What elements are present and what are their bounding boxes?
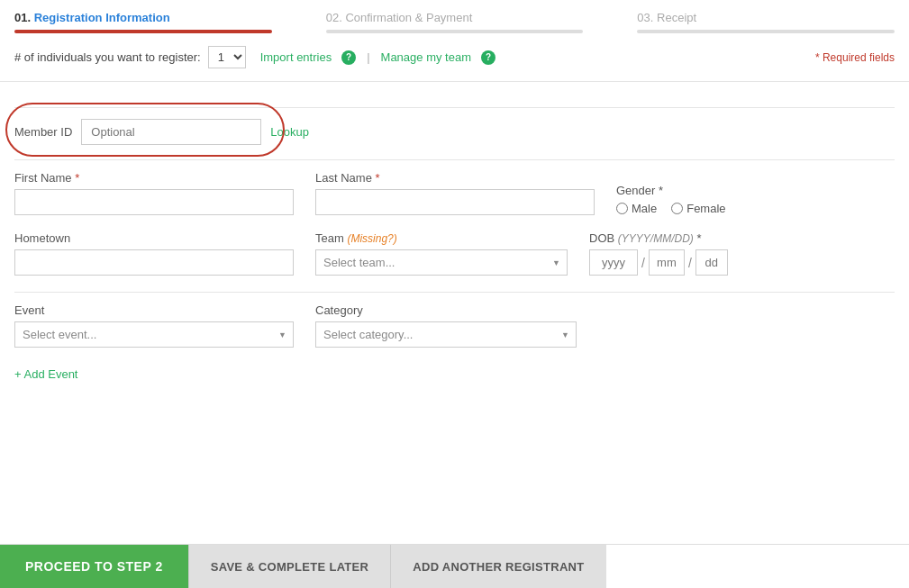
first-name-input[interactable] — [14, 189, 294, 215]
team-select-wrap: Select team... — [315, 249, 568, 276]
event-group: Event Select event... — [14, 303, 294, 348]
add-event-link[interactable]: + Add Event — [14, 367, 77, 381]
name-gender-row: First Name * Last Name * Gender * — [14, 171, 895, 215]
gender-label: Gender * — [616, 184, 726, 197]
step-3-label: 03. Receipt — [637, 11, 895, 24]
gender-star: * — [659, 184, 663, 197]
dob-mm-input[interactable] — [649, 249, 685, 276]
hometown-group: Hometown — [14, 231, 294, 276]
first-name-star: * — [75, 171, 79, 185]
num-individuals-label: # of individuals you want to register: — [14, 50, 201, 64]
dob-yyyy-input[interactable] — [589, 249, 638, 276]
form-area: Member ID Lookup First Name * Last Name … — [0, 82, 909, 544]
dob-label: DOB (YYYY/MM/DD) * — [589, 231, 728, 245]
event-category-row: Event Select event... Category Select ca… — [14, 303, 895, 348]
save-later-button[interactable]: SAVE & COMPLETE LATER — [188, 545, 391, 588]
dob-format: (YYYY/MM/DD) — [618, 232, 694, 245]
step-1: 01. Registration Information — [14, 11, 272, 33]
first-name-group: First Name * — [14, 171, 294, 215]
gender-group: Gender * Male Female — [616, 184, 726, 215]
top-links: Import entries ? | Manage my team ? — [260, 50, 495, 65]
last-name-group: Last Name * — [315, 171, 595, 215]
import-entries-link[interactable]: Import entries — [260, 50, 332, 64]
hometown-label: Hometown — [14, 231, 294, 245]
first-name-label: First Name * — [14, 171, 294, 185]
dob-slash-2: / — [688, 256, 692, 270]
event-label: Event — [14, 303, 294, 317]
step-header: 01. Registration Information 02. Confirm… — [0, 0, 909, 33]
dob-star: * — [696, 231, 701, 245]
step-2: 02. Confirmation & Payment — [326, 11, 584, 33]
member-id-label: Member ID — [14, 125, 72, 139]
team-label: Team (Missing?) — [315, 231, 568, 245]
import-entries-help-icon[interactable]: ? — [341, 50, 356, 65]
member-id-input-wrap — [81, 119, 261, 145]
required-fields-note: * Required fields — [815, 51, 895, 64]
last-name-star: * — [376, 171, 380, 185]
member-id-row: Member ID Lookup — [14, 119, 895, 145]
step-1-label: 01. Registration Information — [14, 11, 272, 24]
manage-team-link[interactable]: Manage my team — [381, 50, 471, 64]
category-label: Category — [315, 303, 577, 317]
team-select[interactable]: Select team... — [315, 249, 568, 276]
category-select-wrap: Select category... — [315, 321, 577, 348]
hometown-input[interactable] — [14, 249, 294, 276]
gender-options: Male Female — [616, 202, 726, 215]
gender-female-label[interactable]: Female — [671, 202, 725, 215]
category-select[interactable]: Select category... — [315, 321, 577, 348]
lookup-link[interactable]: Lookup — [270, 125, 309, 139]
dob-dd-input[interactable] — [695, 249, 728, 276]
gender-female-radio[interactable] — [671, 203, 683, 214]
divider-3 — [14, 292, 895, 293]
top-controls: # of individuals you want to register: 1… — [0, 33, 909, 82]
proceed-button[interactable]: PROCEED TO STEP 2 — [0, 545, 188, 588]
last-name-input[interactable] — [315, 189, 595, 215]
add-registrant-button[interactable]: ADD ANOTHER REGISTRANT — [390, 545, 605, 588]
category-group: Category Select category... — [315, 303, 577, 348]
dob-group: DOB (YYYY/MM/DD) * / / — [589, 231, 728, 276]
event-select[interactable]: Select event... — [14, 321, 294, 348]
team-group: Team (Missing?) Select team... — [315, 231, 568, 276]
required-fields-text: Required fields — [823, 51, 895, 64]
last-name-label: Last Name * — [315, 171, 595, 185]
step-3: 03. Receipt — [637, 11, 895, 33]
hometown-team-dob-row: Hometown Team (Missing?) Select team... … — [14, 231, 895, 276]
link-separator: | — [367, 50, 369, 64]
num-individuals-select[interactable]: 1 2 3 4 5 — [208, 46, 246, 68]
team-missing: (Missing?) — [347, 232, 396, 245]
bottom-bar: PROCEED TO STEP 2 SAVE & COMPLETE LATER … — [0, 544, 909, 588]
gender-male-radio[interactable] — [616, 203, 628, 214]
dob-slash-1: / — [641, 256, 645, 270]
event-select-wrap: Select event... — [14, 321, 294, 348]
member-id-input[interactable] — [81, 119, 261, 145]
divider-2 — [14, 159, 895, 160]
divider-1 — [14, 107, 895, 108]
required-star: * — [815, 51, 820, 64]
dob-inputs: / / — [589, 249, 728, 276]
step-2-label: 02. Confirmation & Payment — [326, 11, 584, 24]
manage-team-help-icon[interactable]: ? — [481, 50, 495, 65]
gender-male-label[interactable]: Male — [616, 202, 657, 215]
